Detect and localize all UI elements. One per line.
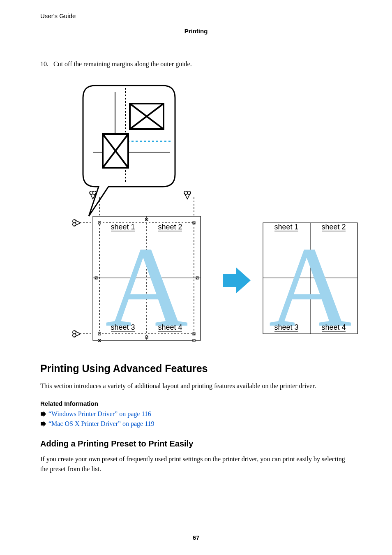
right-sheet3: sheet 3 [274, 323, 298, 331]
related-link-windows[interactable]: “Windows Printer Driver” on page 116 [48, 410, 151, 418]
left-sheet3: sheet 3 [111, 323, 135, 331]
page-number: 67 [0, 534, 392, 541]
instruction-figure: A sheet 1 sheet 2 sheet 3 sheet 4 [58, 81, 362, 347]
step-10: 10. Cut off the remaining margins along … [40, 59, 352, 69]
right-sheet1: sheet 1 [274, 223, 298, 231]
header-guide: User's Guide [40, 12, 352, 19]
right-assembly: A sheet 1 sheet 2 sheet 3 sheet 4 [263, 223, 357, 347]
related-link-mac[interactable]: “Mac OS X Printer Driver” on page 119 [48, 420, 154, 428]
figure-wrap: A sheet 1 sheet 2 sheet 3 sheet 4 [58, 81, 352, 347]
step-text: Cut off the remaining margins along the … [53, 60, 192, 67]
heading-preset: Adding a Printing Preset to Print Easily [40, 439, 352, 449]
related-heading: Related Information [40, 400, 352, 407]
left-sheet2: sheet 2 [158, 223, 182, 231]
right-sheet2: sheet 2 [321, 223, 346, 231]
left-sheet1: sheet 1 [111, 223, 135, 231]
heading-advanced-features: Printing Using Advanced Features [40, 363, 352, 375]
arrow-icon [40, 421, 46, 427]
left-assembly: A sheet 1 sheet 2 sheet 3 sheet 4 [80, 197, 201, 347]
callout-bubble [83, 86, 175, 216]
header-section: Printing [40, 28, 352, 35]
left-sheet4: sheet 4 [158, 323, 182, 331]
arrow-right-icon [223, 267, 251, 294]
page: User's Guide Printing 10. Cut off the re… [0, 0, 392, 555]
features-intro: This section introduces a variety of add… [40, 381, 352, 391]
step-number: 10. [40, 59, 52, 69]
preset-body: If you create your own preset of frequen… [40, 454, 352, 474]
related-item-2: “Mac OS X Printer Driver” on page 119 [40, 420, 352, 428]
related-item-1: “Windows Printer Driver” on page 116 [40, 410, 352, 418]
right-sheet4: sheet 4 [321, 323, 346, 331]
arrow-icon [40, 411, 46, 417]
